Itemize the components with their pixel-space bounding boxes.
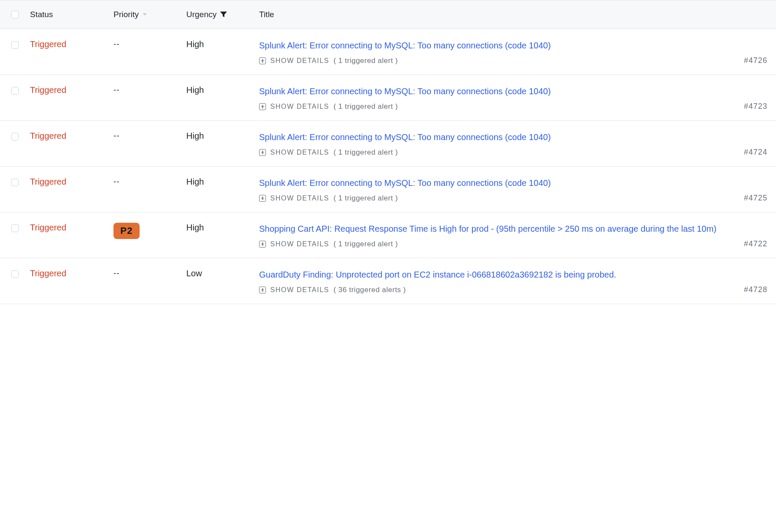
table-body: Triggered -- High Splunk Alert: Error co…: [0, 29, 776, 304]
urgency-text: High: [186, 39, 204, 49]
expand-icon: [259, 149, 266, 156]
alert-count: ( 1 triggered alert ): [334, 240, 398, 248]
priority-empty: --: [113, 269, 120, 278]
show-details-label: SHOW DETAILS: [270, 57, 329, 65]
table-row: Triggered -- High Splunk Alert: Error co…: [0, 167, 776, 212]
alert-count: ( 1 triggered alert ): [334, 102, 398, 111]
column-label: Title: [259, 10, 274, 19]
row-checkbox[interactable]: [11, 179, 19, 186]
table-row: Triggered -- High Splunk Alert: Error co…: [0, 75, 776, 121]
sort-desc-icon: [142, 13, 147, 16]
expand-icon: [259, 57, 266, 64]
show-details-label: SHOW DETAILS: [270, 286, 329, 294]
alert-count: ( 1 triggered alert ): [334, 57, 398, 65]
select-all-checkbox[interactable]: [11, 11, 19, 18]
show-details-button[interactable]: SHOW DETAILS ( 1 triggered alert ): [259, 57, 398, 65]
row-checkbox[interactable]: [11, 224, 19, 232]
show-details-button[interactable]: SHOW DETAILS ( 1 triggered alert ): [259, 148, 398, 157]
table-row: Triggered -- Low GuardDuty Finding: Unpr…: [0, 258, 776, 304]
incident-id: #4724: [735, 148, 767, 157]
priority-empty: --: [113, 85, 120, 94]
incident-title-link[interactable]: Splunk Alert: Error connecting to MySQL:…: [259, 178, 551, 188]
show-details-button[interactable]: SHOW DETAILS ( 1 triggered alert ): [259, 240, 398, 248]
column-header-status[interactable]: Status: [30, 10, 113, 19]
row-checkbox[interactable]: [11, 270, 19, 278]
incident-title-link[interactable]: Splunk Alert: Error connecting to MySQL:…: [259, 41, 551, 50]
status-badge: Triggered: [30, 39, 66, 49]
priority-empty: --: [113, 39, 120, 48]
incident-id: #4722: [735, 239, 767, 248]
filter-icon: [220, 12, 227, 18]
expand-icon: [259, 103, 266, 110]
show-details-button[interactable]: SHOW DETAILS ( 1 triggered alert ): [259, 102, 398, 111]
urgency-text: Low: [186, 269, 202, 278]
show-details-label: SHOW DETAILS: [270, 240, 329, 248]
incident-title-link[interactable]: Shopping Cart API: Request Response Time…: [259, 224, 716, 233]
column-label: Status: [30, 10, 53, 19]
incident-id: #4728: [735, 285, 767, 294]
urgency-text: High: [186, 85, 204, 95]
status-badge: Triggered: [30, 131, 66, 140]
show-details-button[interactable]: SHOW DETAILS ( 1 triggered alert ): [259, 194, 398, 203]
urgency-text: High: [186, 223, 204, 232]
incident-table: Status Priority Urgency Title Triggered …: [0, 0, 776, 304]
column-header-priority[interactable]: Priority: [113, 10, 186, 19]
expand-icon: [259, 195, 266, 202]
incident-id: #4726: [735, 56, 767, 65]
column-label: Priority: [113, 10, 139, 19]
expand-icon: [259, 241, 266, 248]
incident-id: #4725: [735, 194, 767, 203]
alert-count: ( 1 triggered alert ): [334, 148, 398, 157]
urgency-text: High: [186, 131, 204, 140]
incident-title-link[interactable]: Splunk Alert: Error connecting to MySQL:…: [259, 87, 551, 96]
table-row: Triggered -- High Splunk Alert: Error co…: [0, 121, 776, 167]
column-header-title[interactable]: Title: [259, 10, 776, 19]
expand-icon: [259, 287, 266, 293]
show-details-label: SHOW DETAILS: [270, 194, 329, 202]
incident-title-link[interactable]: Splunk Alert: Error connecting to MySQL:…: [259, 132, 551, 142]
column-header-urgency[interactable]: Urgency: [186, 10, 259, 19]
priority-badge: P2: [113, 223, 140, 239]
column-label: Urgency: [186, 10, 217, 19]
row-checkbox[interactable]: [11, 41, 19, 49]
priority-empty: --: [113, 131, 120, 140]
table-row: Triggered -- High Splunk Alert: Error co…: [0, 29, 776, 75]
alert-count: ( 36 triggered alerts ): [334, 286, 406, 294]
table-row: Triggered P2 High Shopping Cart API: Req…: [0, 212, 776, 258]
show-details-label: SHOW DETAILS: [270, 103, 329, 111]
show-details-label: SHOW DETAILS: [270, 149, 329, 156]
status-badge: Triggered: [30, 85, 66, 95]
table-header: Status Priority Urgency Title: [0, 0, 776, 29]
priority-empty: --: [113, 177, 120, 186]
show-details-button[interactable]: SHOW DETAILS ( 36 triggered alerts ): [259, 286, 406, 294]
row-checkbox[interactable]: [11, 133, 19, 140]
status-badge: Triggered: [30, 269, 66, 278]
incident-id: #4723: [735, 102, 767, 111]
status-badge: Triggered: [30, 177, 66, 186]
row-checkbox[interactable]: [11, 87, 19, 95]
alert-count: ( 1 triggered alert ): [334, 194, 398, 203]
incident-title-link[interactable]: GuardDuty Finding: Unprotected port on E…: [259, 270, 616, 279]
status-badge: Triggered: [30, 223, 66, 232]
urgency-text: High: [186, 177, 204, 186]
